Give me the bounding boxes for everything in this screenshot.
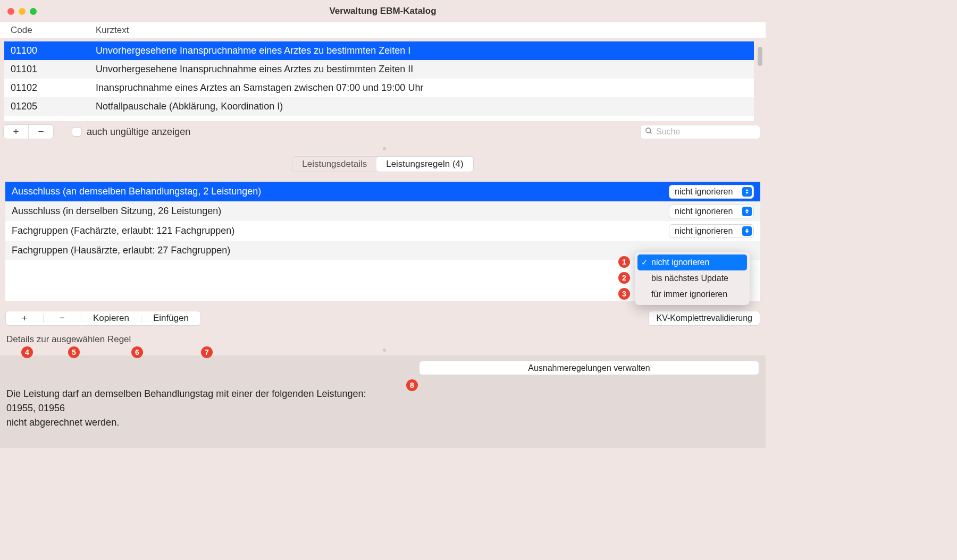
scrollbar-thumb[interactable] xyxy=(758,47,762,66)
zoom-icon[interactable] xyxy=(30,8,37,15)
search-icon xyxy=(645,127,653,137)
rule-text: Fachgruppen (Fachärzte, erlaubt: 121 Fac… xyxy=(12,225,234,236)
paste-button[interactable]: Einfügen xyxy=(141,311,200,325)
titlebar: Verwaltung EBM-Katalog xyxy=(0,0,766,22)
rules-table: Ausschluss (an demselben Behandlungstag,… xyxy=(5,182,760,301)
cell-code: 01100 xyxy=(11,45,96,56)
cell-text: Inanspruchnahme eines Arztes an Samstage… xyxy=(96,82,423,94)
table-row[interactable]: Ausschluss (in derselben Sitzung, 26 Lei… xyxy=(5,201,760,221)
table-row[interactable]: Fachgruppen (Fachärzte, erlaubt: 121 Fac… xyxy=(5,221,760,241)
rule-text: Fachgruppen (Hausärzte, erlaubt: 27 Fach… xyxy=(12,245,230,256)
add-button[interactable]: + xyxy=(4,125,28,139)
kv-revalidate-button[interactable]: KV-Komplettrevalidierung xyxy=(648,311,760,326)
ignore-popup-menu: nicht ignorieren bis nächstes Update für… xyxy=(635,252,750,305)
annotation-badge: 3 xyxy=(618,288,630,300)
cell-code: 01101 xyxy=(11,64,96,75)
catalog-table[interactable]: 01100 Unvorhergesehene Inanspruchnahme e… xyxy=(4,41,754,121)
svg-line-1 xyxy=(650,132,651,133)
search-input[interactable]: Suche xyxy=(640,125,760,139)
rules-toolbar: + − Kopieren Einfügen KV-Komplettrevalid… xyxy=(0,311,766,326)
header-kurztext[interactable]: Kurztext xyxy=(96,25,129,36)
close-icon[interactable] xyxy=(7,8,14,15)
table-row[interactable]: 01102 Inanspruchnahme eines Arztes an Sa… xyxy=(4,79,754,97)
show-invalid-label: auch ungültige anzeigen xyxy=(87,126,190,138)
window-controls xyxy=(7,8,37,15)
rule-text: Ausschluss (in derselben Sitzung, 26 Lei… xyxy=(12,206,221,217)
minimize-icon[interactable] xyxy=(19,8,26,15)
table-row[interactable]: 01205 Notfallpauschale (Abklärung, Koord… xyxy=(4,97,754,116)
svg-point-0 xyxy=(646,128,651,132)
remove-rule-button[interactable]: − xyxy=(44,311,81,325)
table-row[interactable]: 01100 Unvorhergesehene Inanspruchnahme e… xyxy=(4,41,754,60)
table-row[interactable]: Ausschluss (an demselben Behandlungstag,… xyxy=(5,182,760,201)
catalog-header: Code Kurztext xyxy=(0,22,766,38)
ignore-dropdown[interactable]: nicht ignorieren xyxy=(669,205,754,218)
annotation-badge: 1 xyxy=(618,256,630,268)
remove-button[interactable]: − xyxy=(29,125,53,139)
add-rule-button[interactable]: + xyxy=(6,311,43,325)
annotation-badge: 4 xyxy=(21,346,33,358)
cell-code: 01102 xyxy=(11,82,96,94)
annotation-badge: 7 xyxy=(201,346,213,358)
catalog-toolbar: + − auch ungültige anzeigen Suche xyxy=(0,121,766,139)
annotation-badge: 6 xyxy=(131,346,143,358)
annotation-badge: 8 xyxy=(406,379,418,391)
manage-exceptions-button[interactable]: Ausnahmeregelungen verwalten xyxy=(419,361,759,375)
cell-code: 01205 xyxy=(11,101,96,112)
divider-dot xyxy=(383,147,386,150)
tab-leistungsdetails[interactable]: Leistungsdetails xyxy=(292,157,376,172)
cell-text: Unvorhergesehene Inanspruchnahme eines A… xyxy=(96,64,413,75)
table-row[interactable]: 01101 Unvorhergesehene Inanspruchnahme e… xyxy=(4,60,754,79)
detail-heading: Details zur ausgewählen Regel xyxy=(6,334,766,345)
cell-text: Unvorhergesehene Inanspruchnahme eines A… xyxy=(96,45,410,56)
chevron-updown-icon xyxy=(742,226,752,236)
ignore-dropdown[interactable]: nicht ignorieren xyxy=(669,224,754,238)
copy-button[interactable]: Kopieren xyxy=(81,311,141,325)
detail-text: Die Leistung darf an demselben Behandlun… xyxy=(6,387,759,430)
search-placeholder: Suche xyxy=(656,127,680,137)
rules-action-group: + − Kopieren Einfügen xyxy=(5,311,201,326)
divider-dot xyxy=(383,349,386,352)
chevron-updown-icon xyxy=(742,207,752,216)
window-title: Verwaltung EBM-Katalog xyxy=(329,6,436,16)
show-invalid-checkbox[interactable] xyxy=(72,127,81,137)
rule-text: Ausschluss (an demselben Behandlungstag,… xyxy=(12,186,261,197)
detail-section: Ausnahmeregelungen verwalten Die Leistun… xyxy=(0,355,766,448)
cell-text: Notfallpauschale (Abklärung, Koordinatio… xyxy=(96,101,283,112)
tab-bar: Leistungsdetails Leistungsregeln (4) xyxy=(0,156,766,172)
menu-item-nicht-ignorieren[interactable]: nicht ignorieren xyxy=(637,254,747,270)
add-remove-group: + − xyxy=(3,124,54,139)
menu-item-fuer-immer-ignorieren[interactable]: für immer ignorieren xyxy=(637,286,747,302)
annotation-badge: 5 xyxy=(68,346,80,358)
chevron-updown-icon xyxy=(742,187,752,197)
ignore-dropdown[interactable]: nicht ignorieren xyxy=(669,185,754,199)
annotation-badge: 2 xyxy=(618,272,630,284)
header-code[interactable]: Code xyxy=(11,25,96,36)
tab-leistungsregeln[interactable]: Leistungsregeln (4) xyxy=(376,157,473,172)
menu-item-bis-naechstes-update[interactable]: bis nächstes Update xyxy=(637,270,747,286)
